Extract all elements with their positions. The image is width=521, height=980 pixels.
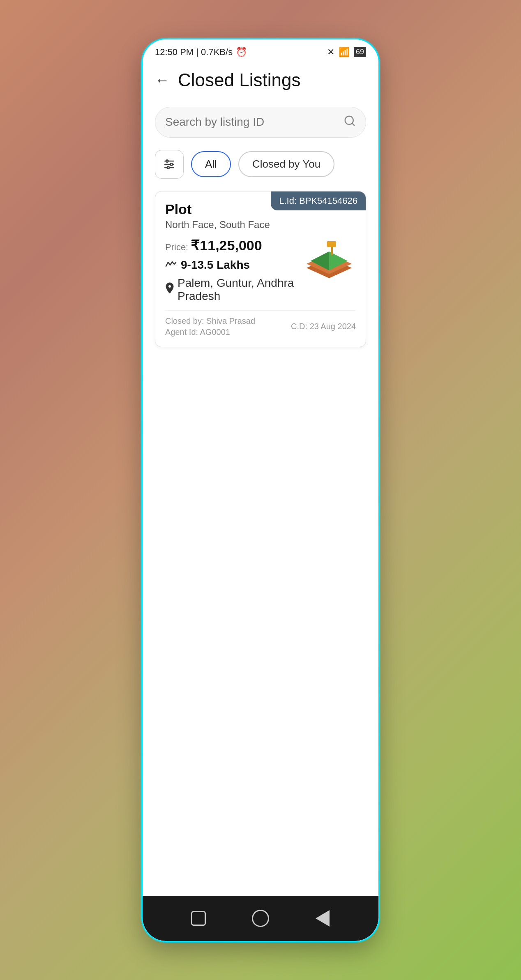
back-icon [316,910,330,927]
closed-date: C.D: 23 Aug 2024 [291,322,356,331]
closed-info: Closed by: Shiva Prasad Agent Id: AG0001 [165,316,255,337]
listing-main-row: Price: ₹11,25,000 9-13.5 Lakhs [165,237,356,303]
status-bar: 12:50 PM | 0.7KB/s ⏰ ✕ 📶 69 [143,39,378,62]
page-title: Closed Listings [178,70,300,90]
closed-by: Closed by: Shiva Prasad [165,316,255,325]
listing-footer: Closed by: Shiva Prasad Agent Id: AG0001… [165,310,356,337]
filter-icon-button[interactable] [155,150,184,179]
time-network: 12:50 PM | 0.7KB/s [155,47,233,58]
recent-icon [191,911,206,926]
search-icon[interactable] [343,115,356,130]
listing-faces: North Face, South Face [165,219,356,231]
nav-back-button[interactable] [312,908,333,929]
range-icon [165,258,177,271]
close-icon: ✕ [327,47,334,58]
tab-all[interactable]: All [191,151,231,177]
battery-icon: 69 [354,47,366,57]
agent-id: Agent Id: AG0001 [165,327,255,337]
plot-image [302,237,356,282]
alarm-icon: ⏰ [236,47,247,58]
svg-line-1 [352,123,354,125]
svg-point-7 [167,166,169,168]
wifi-icon: 📶 [339,47,350,58]
header: ← Closed Listings [143,62,378,99]
nav-home-button[interactable] [250,908,271,929]
search-bar[interactable] [155,107,366,138]
listing-card[interactable]: L.Id: BPK54154626 Plot North Face, South… [155,191,366,347]
listing-range: 9-13.5 Lakhs [181,258,250,272]
price-label: Price: [165,242,191,252]
status-left: 12:50 PM | 0.7KB/s ⏰ [155,47,247,58]
tab-closed-by-you[interactable]: Closed by You [238,151,334,177]
back-button[interactable]: ← [155,73,170,88]
listing-location: Palem, Guntur, Andhra Pradesh [178,277,298,303]
filter-row: All Closed by You [155,150,366,179]
listing-details: Price: ₹11,25,000 9-13.5 Lakhs [165,237,298,303]
svg-rect-15 [327,241,336,247]
svg-point-5 [166,160,168,162]
svg-point-8 [168,285,171,288]
phone-shell: 12:50 PM | 0.7KB/s ⏰ ✕ 📶 69 ← Closed Lis… [141,38,380,942]
price-row: Price: ₹11,25,000 [165,237,298,254]
search-input[interactable] [165,115,343,129]
listing-badge: L.Id: BPK54154626 [271,191,366,210]
home-icon [252,910,269,927]
main-content: All Closed by You L.Id: BPK54154626 Plot… [143,99,378,896]
bottom-nav [143,896,378,941]
listing-price: ₹11,25,000 [191,238,262,253]
range-row: 9-13.5 Lakhs [165,258,298,272]
status-right: ✕ 📶 69 [327,47,366,58]
svg-point-6 [171,163,173,165]
location-pin-icon [165,282,174,297]
location-row: Palem, Guntur, Andhra Pradesh [165,277,298,303]
nav-recent-button[interactable] [188,908,209,929]
svg-rect-14 [331,246,333,255]
